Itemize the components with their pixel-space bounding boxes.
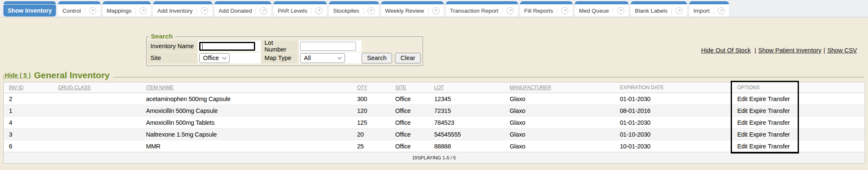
cell-drug-class	[53, 93, 141, 105]
expire-link[interactable]: Expire	[749, 131, 766, 138]
open-new-window-icon[interactable]: ↗	[201, 7, 208, 14]
hide-out-of-stock-link[interactable]: Hide Out Of Stock	[701, 47, 751, 54]
page-content: Search Inventory Name Lot Number Site Of…	[0, 17, 868, 170]
divider	[502, 7, 503, 14]
search-button[interactable]: Search	[362, 53, 392, 63]
cell-drug-class	[53, 105, 141, 117]
site-label: Site	[147, 52, 197, 63]
edit-link[interactable]: Edit	[737, 96, 748, 102]
map-type-select[interactable]: All	[300, 53, 345, 63]
tab-add-inventory[interactable]: Add Inventory↗	[153, 1, 212, 16]
tab-label: Add Donated	[219, 8, 252, 14]
cell-empty	[799, 105, 865, 117]
cell-qty: 120	[352, 105, 390, 117]
tab-add-donated[interactable]: Add Donated↗	[214, 1, 272, 16]
open-new-window-icon[interactable]: ↗	[260, 7, 267, 14]
cell-drug-class	[53, 140, 141, 152]
open-new-window-icon[interactable]: ↗	[561, 7, 568, 14]
tab-par-levels[interactable]: PAR Levels↗	[273, 1, 327, 16]
lot-number-label: Lot Number	[262, 41, 298, 52]
column-header-inv-id[interactable]: INV ID	[4, 82, 53, 93]
table-row: 4 Amoxicillin 500mg Tablets 125 Office 7…	[4, 117, 865, 129]
clear-button[interactable]: Clear	[395, 53, 421, 63]
tab-transaction-report[interactable]: Transaction Report↗	[446, 1, 518, 16]
table-row: 2 acetaminophen 500mg Capsule 300 Office…	[4, 93, 865, 105]
lot-number-input[interactable]	[300, 42, 356, 51]
cell-inv-id: 2	[4, 93, 53, 105]
edit-link[interactable]: Edit	[737, 131, 748, 138]
open-new-window-icon[interactable]: ↗	[367, 7, 375, 14]
cell-lot: 784523	[429, 117, 505, 129]
link-separator: |	[753, 47, 756, 54]
transfer-link[interactable]: Transfer	[768, 119, 790, 126]
tab-top-strip	[214, 1, 272, 4]
column-header-item-name[interactable]: ITEM NAME	[141, 82, 352, 93]
tab-label: Stockpiles	[333, 8, 359, 14]
inventory-name-input[interactable]	[199, 42, 255, 51]
show-patient-inventory-link[interactable]: Show Patient Inventory	[758, 47, 821, 54]
open-new-window-icon[interactable]: ↗	[676, 7, 683, 14]
tab-blank-labels[interactable]: Blank Labels↗	[631, 1, 687, 16]
column-header-manufacturer[interactable]: MANUFACTURER	[505, 82, 615, 93]
expire-link[interactable]: Expire	[749, 96, 766, 102]
column-header-qty[interactable]: QTY	[352, 82, 390, 93]
show-csv-link[interactable]: Show CSV	[827, 47, 857, 54]
cell-item-name: Naltrexone 1.5mg Capsule	[141, 129, 352, 140]
expire-link[interactable]: Expire	[749, 107, 766, 114]
chevron-down-icon	[223, 55, 227, 59]
tab-top-strip	[273, 1, 327, 4]
cell-inv-id: 3	[4, 129, 53, 140]
cell-expiration-date: 01-01-2030	[615, 93, 732, 105]
column-header-site[interactable]: SITE	[390, 82, 429, 93]
cell-drug-class	[53, 117, 141, 129]
cell-expiration-date: 08-01-2016	[615, 105, 732, 117]
expire-link[interactable]: Expire	[749, 143, 766, 150]
tab-stockpiles[interactable]: Stockpiles↗	[329, 1, 379, 16]
tab-control[interactable]: Control↗	[58, 1, 100, 16]
tab-import[interactable]: Import↗	[689, 1, 729, 16]
cell-qty: 20	[352, 129, 390, 140]
divider	[557, 7, 557, 14]
tab-top-strip	[689, 1, 729, 4]
site-select[interactable]: Office	[199, 53, 230, 63]
open-new-window-icon[interactable]: ↗	[718, 7, 725, 14]
open-new-window-icon[interactable]: ↗	[139, 7, 147, 14]
column-header-lot[interactable]: LOT	[429, 82, 505, 93]
transfer-link[interactable]: Transfer	[768, 96, 790, 102]
edit-link[interactable]: Edit	[737, 143, 748, 150]
site-select-value: Office	[203, 55, 219, 61]
divider	[428, 7, 428, 14]
open-new-window-icon[interactable]: ↗	[432, 7, 440, 14]
map-type-label: Map Type	[262, 52, 298, 63]
open-new-window-icon[interactable]: ↗	[506, 7, 514, 14]
hide-count-link[interactable]: Hide ( 5 )	[5, 72, 31, 79]
tab-mappings[interactable]: Mappings↗	[103, 1, 151, 16]
column-header-drug-class[interactable]: DRUG CLASS	[53, 82, 141, 93]
cell-lot: 72315	[429, 105, 505, 117]
search-panel-legend: Search	[149, 33, 175, 40]
transfer-link[interactable]: Transfer	[768, 131, 790, 138]
transfer-link[interactable]: Transfer	[768, 143, 790, 150]
tab-top-strip	[153, 1, 212, 4]
tab-fill-reports[interactable]: Fill Reports↗	[520, 1, 573, 16]
open-new-window-icon[interactable]: ↗	[89, 7, 96, 14]
search-panel: Search Inventory Name Lot Number Site Of…	[146, 33, 423, 66]
inventory-table: INV ID DRUG CLASS ITEM NAME QTY SITE LOT…	[3, 82, 865, 164]
cell-item-name: acetaminophen 500mg Capsule	[141, 93, 352, 105]
open-new-window-icon[interactable]: ↗	[617, 7, 624, 14]
tab-top-strip	[520, 1, 573, 4]
link-separator: |	[823, 47, 825, 54]
tab-med-queue[interactable]: Med Queue↗	[575, 1, 629, 16]
tab-label: Mappings	[107, 8, 132, 14]
open-new-window-icon[interactable]: ↗	[315, 7, 323, 14]
expire-link[interactable]: Expire	[749, 119, 766, 126]
edit-link[interactable]: Edit	[737, 119, 748, 126]
edit-link[interactable]: Edit	[737, 107, 748, 114]
tab-show-inventory[interactable]: Show Inventory	[3, 1, 56, 16]
tab-weekly-review[interactable]: Weekly Review↗	[381, 1, 444, 16]
divider	[256, 7, 256, 14]
cell-options: EditExpireTransfer	[732, 105, 799, 117]
tab-label: Weekly Review	[385, 8, 424, 14]
transfer-link[interactable]: Transfer	[768, 107, 790, 114]
tab-top-strip	[329, 1, 379, 4]
